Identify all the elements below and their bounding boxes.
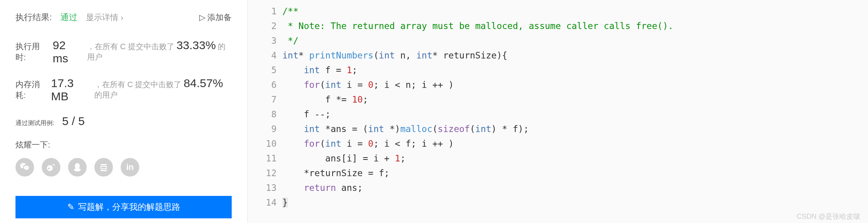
tok: 10 xyxy=(352,94,363,105)
runtime-label: 执行用时: xyxy=(15,41,48,63)
tok: int xyxy=(325,139,342,149)
linkedin-icon[interactable]: in xyxy=(121,158,139,177)
line-number: 1 xyxy=(248,4,277,19)
tok: i = xyxy=(341,139,368,149)
line-number: 12 xyxy=(248,166,277,180)
play-icon: ▷ xyxy=(199,13,205,22)
memory-text: ，在所有 C 提交中击败了 84.57% 的用户 xyxy=(94,77,232,100)
tok: sizeof xyxy=(438,124,470,134)
svg-point-1 xyxy=(48,168,50,169)
svg-point-0 xyxy=(47,165,53,171)
memory-value: 17.3 MB xyxy=(51,77,90,103)
tok: 1 xyxy=(347,65,352,75)
line-number: 10 xyxy=(248,136,277,151)
line-number: 14 xyxy=(248,195,277,210)
line-number: 13 xyxy=(248,180,277,195)
add-note-label: 添加备 xyxy=(207,12,232,23)
line-number: 3 xyxy=(248,33,277,48)
tok: *) xyxy=(384,124,400,134)
tok: ; i < f; i ++ ) xyxy=(373,139,454,149)
code-line: /** xyxy=(282,6,299,16)
memory-label: 内存消耗: xyxy=(15,79,46,101)
tok: i = xyxy=(341,80,368,90)
line-number: 2 xyxy=(248,19,277,33)
code-panel: 1 2 3 4 5 6 7 8 9 10 11 12 13 14 /** * N… xyxy=(248,0,868,223)
share-icons: in xyxy=(15,158,232,177)
tok: ; i < n; i ++ ) xyxy=(373,80,454,90)
code-line: * Note: The returned array must be mallo… xyxy=(282,21,673,31)
tok: int xyxy=(304,124,320,134)
runtime-value: 92 ms xyxy=(53,39,82,65)
pencil-icon: ✎ xyxy=(67,202,74,212)
tok: } xyxy=(282,197,288,208)
tok: *returnSize = f; xyxy=(304,168,390,178)
result-left: 执行结果: 通过 显示详情 › xyxy=(15,12,123,23)
tok: int xyxy=(325,80,342,90)
douban-icon[interactable] xyxy=(94,158,113,177)
code-line: */ xyxy=(282,36,299,46)
runtime-text: ，在所有 C 提交中击败了 33.33% 的用户 xyxy=(87,39,232,62)
status-pass: 通过 xyxy=(60,12,77,23)
tok: n xyxy=(400,50,406,60)
svg-rect-4 xyxy=(101,164,107,165)
tok: returnSize xyxy=(443,50,497,60)
add-note-button[interactable]: ▷ 添加备 xyxy=(199,12,232,23)
line-number: 4 xyxy=(248,48,277,63)
tok: f --; xyxy=(304,109,330,119)
tok: for xyxy=(304,139,320,149)
tok: *ans = ( xyxy=(320,124,368,134)
testcases-row: 通过测试用例: 5 / 5 xyxy=(15,115,232,128)
runtime-row: 执行用时: 92 ms ，在所有 C 提交中击败了 33.33% 的用户 xyxy=(15,39,232,65)
wechat-icon[interactable] xyxy=(15,158,34,177)
memory-row: 内存消耗: 17.3 MB ，在所有 C 提交中击败了 84.57% 的用户 xyxy=(15,77,232,103)
result-label: 执行结果: xyxy=(15,12,52,23)
line-gutter: 1 2 3 4 5 6 7 8 9 10 11 12 13 14 xyxy=(248,0,282,223)
write-solution-label: 写题解，分享我的解题思路 xyxy=(78,201,180,213)
svg-point-3 xyxy=(74,168,80,172)
tok: int xyxy=(416,50,432,60)
tok: ) * f); xyxy=(491,124,529,134)
share-label: 炫耀一下: xyxy=(15,139,232,150)
tok: return xyxy=(304,183,336,193)
tok: int xyxy=(282,50,299,60)
line-number: 11 xyxy=(248,151,277,166)
svg-rect-5 xyxy=(101,166,106,169)
tok: int xyxy=(304,65,320,75)
line-number: 8 xyxy=(248,107,277,122)
line-number: 9 xyxy=(248,122,277,136)
tok: malloc xyxy=(400,124,432,134)
weibo-icon[interactable] xyxy=(42,158,60,177)
svg-point-2 xyxy=(75,163,80,169)
tok: ans; xyxy=(336,183,362,193)
tok: f = xyxy=(320,65,347,75)
tok: 0 xyxy=(368,80,374,90)
tok: for xyxy=(304,80,320,90)
tok: 0 xyxy=(368,139,374,149)
tok: int xyxy=(368,124,384,134)
tok: ans[i] = i + xyxy=(325,153,395,163)
line-number: 5 xyxy=(248,63,277,77)
tok: int xyxy=(475,124,492,134)
write-solution-button[interactable]: ✎ 写题解，分享我的解题思路 xyxy=(15,196,232,218)
watermark: CSDN @是张哈皮啵 xyxy=(797,212,860,221)
result-header: 执行结果: 通过 显示详情 › ▷ 添加备 xyxy=(15,12,232,23)
line-number: 6 xyxy=(248,77,277,92)
svg-rect-6 xyxy=(101,170,107,171)
testcases-value: 5 / 5 xyxy=(62,115,84,128)
results-panel: 执行结果: 通过 显示详情 › ▷ 添加备 执行用时: 92 ms ，在所有 C… xyxy=(0,0,248,223)
line-number: 7 xyxy=(248,92,277,107)
tok: int xyxy=(379,50,395,60)
tok: 1 xyxy=(395,153,400,163)
code-area[interactable]: /** * Note: The returned array must be m… xyxy=(282,0,868,223)
qq-icon[interactable] xyxy=(68,158,87,177)
testcases-label: 通过测试用例: xyxy=(15,119,54,127)
tok: printNumbers xyxy=(309,50,373,60)
tok: f *= xyxy=(325,94,352,105)
show-detail-link[interactable]: 显示详情 › xyxy=(86,12,123,23)
